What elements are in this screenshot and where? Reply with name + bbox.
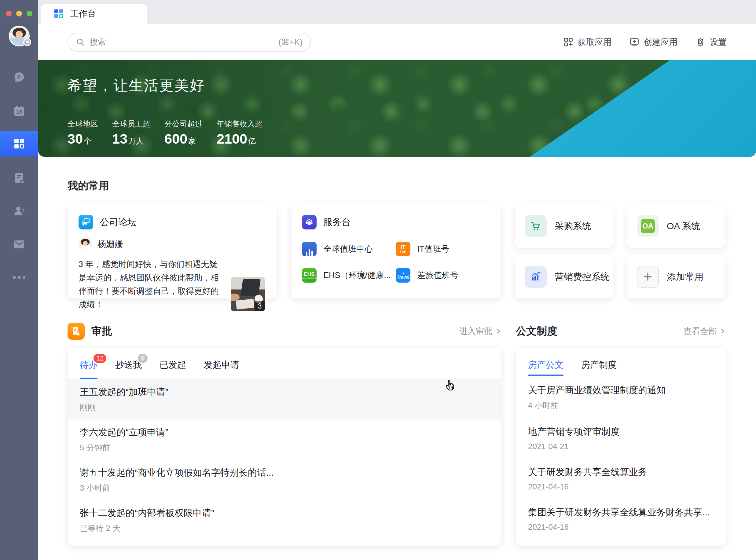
app-card-label: 采购系统 <box>555 220 591 233</box>
stat-unit: 万人 <box>128 137 144 145</box>
chevron-right-icon <box>720 328 726 334</box>
favorites-grid: 公司论坛 杨姗姗 3 年，感觉时间好快，与你们相遇无疑是幸运的，感恩团队伙伴彼此… <box>67 204 727 299</box>
helpdesk-item-it[interactable]: IT 100 IT值班号 <box>396 242 490 256</box>
create-app-button[interactable]: 创建应用 <box>630 36 678 48</box>
helpdesk-item-travel[interactable]: ✈ Travel 差旅值班号 <box>396 268 490 283</box>
stat-value: 2100 <box>217 132 247 146</box>
thumbnail-laptop <box>240 279 261 296</box>
forum-card[interactable]: 公司论坛 杨姗姗 3 年，感觉时间好快，与你们相遇无疑是幸运的，感恩团队伙伴彼此… <box>67 204 277 299</box>
tab-title: 工作台 <box>70 8 96 20</box>
helpdesk-item-duty-center[interactable]: 全球值班中心 <box>302 242 396 256</box>
sidebar-item-more[interactable] <box>0 264 38 290</box>
calendar-icon: 16 <box>13 104 26 117</box>
post-author-name: 杨姗姗 <box>98 238 123 250</box>
minimize-window-button[interactable] <box>16 11 22 17</box>
thumbnail-count-badge: 3 <box>255 301 265 311</box>
helpdesk-item-ehs[interactable]: EHS Environment Health & Safety EHS（环境/健… <box>302 268 396 283</box>
document-row[interactable]: 关于研发财务共享全线算业务 2021-04-16 <box>516 459 726 499</box>
documents-panel: 房产公文 房产制度 关于房产商业绩效管理制度的通知 4 小时前 地产营销专项评审… <box>516 348 726 546</box>
purchase-system-card[interactable]: 采购系统 <box>515 204 613 248</box>
tab-property-documents[interactable]: 房产公文 <box>528 359 563 371</box>
more-dots-icon <box>13 276 26 279</box>
approval-more-link[interactable]: 查看更多 <box>67 540 501 546</box>
zoom-window-button[interactable] <box>26 11 33 17</box>
tab-initiated[interactable]: 已发起 <box>160 359 186 371</box>
helpdesk-item-label: EHS（环境/健康... <box>323 270 391 281</box>
post-author-avatar <box>79 237 92 251</box>
tab-workbench[interactable]: 工作台 <box>41 4 147 24</box>
get-apps-button[interactable]: 获取应用 <box>563 36 612 48</box>
favorites-col-4: OA OA 系统 添加常用 <box>627 204 725 299</box>
header-actions: 获取应用 创建应用 设置 <box>563 36 727 48</box>
approval-row[interactable]: 张十二发起的“内部看板权限申请” 已等待 2 天 <box>67 500 501 540</box>
sidebar-item-docs[interactable] <box>0 165 38 191</box>
stat-unit: 亿 <box>248 137 256 145</box>
gear-icon <box>696 37 705 47</box>
todo-count-badge: 12 <box>93 353 107 364</box>
document-row-time: 2021-04-16 <box>528 482 714 492</box>
tab-property-policies[interactable]: 房产制度 <box>581 359 617 371</box>
document-row[interactable]: 地产营销专项评审制度 2021-04-21 <box>516 418 726 459</box>
monitor-plus-icon <box>630 37 639 47</box>
contacts-icon <box>13 205 26 218</box>
approval-row-time: 已等待 2 天 <box>80 523 489 534</box>
oa-system-card[interactable]: OA OA 系统 <box>627 204 725 248</box>
add-favorite-card[interactable]: 添加常用 <box>627 255 725 299</box>
document-row-time: 4 小时前 <box>528 400 714 411</box>
hero-stat: 全球地区 30个 <box>67 119 98 146</box>
document-row-title: 关于研发财务共享全线算业务 <box>528 466 714 478</box>
helpdesk-item-label: 全球值班中心 <box>323 243 373 255</box>
forum-chat-icon <box>81 218 91 227</box>
travel-duty-icon: ✈ Travel <box>396 268 411 283</box>
document-row[interactable]: 关于房产商业绩效管理制度的通知 4 小时前 <box>516 377 726 418</box>
approval-app-icon <box>67 323 85 340</box>
content: 我的常用 公司论坛 <box>38 157 756 546</box>
search-placeholder: 搜索 <box>89 37 106 48</box>
approval-panel: 待办 12 抄送我 9 已发起 发起申请 <box>67 348 501 546</box>
purchase-icon-tile <box>525 215 547 237</box>
sidebar-item-messages[interactable] <box>0 64 38 90</box>
status-chat-badge <box>23 38 31 46</box>
sidebar-item-workbench-active[interactable] <box>0 131 38 156</box>
user-avatar[interactable] <box>9 26 29 46</box>
document-row-title: 集团关于研发财务共享全线算业务财务共享... <box>528 506 714 519</box>
helpdesk-card: 服务台 全球值班中心 IT 100 <box>291 204 500 299</box>
sidebar-item-calendar[interactable]: 16 <box>0 98 38 124</box>
approval-section: 审批 进入审批 待办 12 <box>67 322 501 546</box>
approval-row-title: 李六发起的“立项申请” <box>80 426 489 439</box>
tab-new-request[interactable]: 发起申请 <box>204 359 239 371</box>
approval-row[interactable]: 王五发起的“加班申请” 刚刚 <box>67 379 501 419</box>
trend-chart-icon <box>530 271 541 283</box>
favorites-col-3: 采购系统 营销费控系统 <box>515 204 613 299</box>
approval-row-time: 3 小时前 <box>80 483 489 494</box>
approval-row[interactable]: 李六发起的“立项申请” 5 分钟前 <box>67 419 501 460</box>
it-duty-icon: IT 100 <box>396 242 411 256</box>
tab-todo[interactable]: 待办 12 <box>80 359 98 371</box>
chat-icon <box>13 71 25 83</box>
document-row-time: 2021-04-21 <box>528 442 714 451</box>
marketing-expense-card[interactable]: 营销费控系统 <box>515 255 613 299</box>
top-bar: 搜索 (⌘+K) 获取应用 <box>38 24 756 60</box>
settings-button[interactable]: 设置 <box>696 36 727 48</box>
forum-post-thumbnail[interactable]: 3 <box>231 277 265 311</box>
view-all-link[interactable]: 查看全部 <box>683 326 726 337</box>
search-input[interactable]: 搜索 (⌘+K) <box>67 33 311 52</box>
enter-approval-link[interactable]: 进入审批 <box>459 326 501 337</box>
documents-section-title: 公文制度 <box>516 324 557 338</box>
close-window-button[interactable] <box>6 11 12 17</box>
search-shortcut: (⌘+K) <box>278 37 302 47</box>
document-row-time: 2021-04-16 <box>528 522 714 532</box>
add-icon-tile <box>637 266 659 288</box>
helpdesk-card-title: 服务台 <box>323 216 351 228</box>
tab-cc-me[interactable]: 抄送我 9 <box>115 359 142 371</box>
stat-label: 全球员工超 <box>112 119 150 129</box>
stat-value: 13 <box>112 132 127 146</box>
sidebar-item-contacts[interactable] <box>0 199 38 224</box>
sidebar-item-mail[interactable] <box>0 232 38 257</box>
documents-more-link[interactable]: 查看更多 <box>516 539 726 546</box>
hero-title: 希望，让生活更美好 <box>67 76 205 95</box>
chat-bubble-icon <box>25 40 29 44</box>
stat-label: 年销售收入超 <box>217 119 262 129</box>
document-row[interactable]: 集团关于研发财务共享全线算业务财务共享... 2021-04-16 <box>516 499 726 539</box>
approval-row[interactable]: 谢五十发起的“商业化立项假如名字特别长的话... 3 小时前 <box>67 460 501 500</box>
